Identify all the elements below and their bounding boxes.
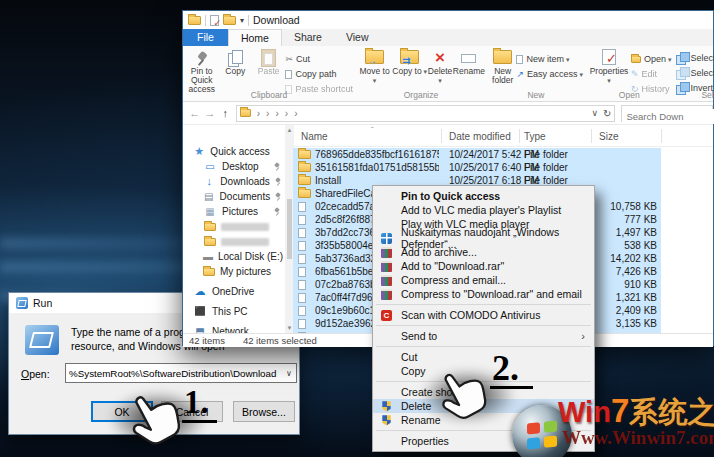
sidebar-item[interactable]: ☁ OneDrive [183,285,285,298]
scroll-up-icon[interactable]: ▲ [287,127,293,133]
sidebar-item[interactable]: ▦ Pictures [183,205,285,218]
context-menu-item[interactable]: Pin to Quick access [373,189,594,203]
open-label: Open: [21,368,50,380]
column-type[interactable]: Type [524,131,546,142]
sidebar-item[interactable] [183,220,285,233]
sidebar-item[interactable]: My pictures [183,265,285,278]
properties-button[interactable]: ✓ Properties [587,48,631,96]
context-menu-item[interactable]: Send to › [373,329,594,343]
qat-new-folder-icon[interactable] [223,16,236,25]
qat-customize-arrow-icon[interactable]: ▾ [240,16,244,25]
menu-item-label: Add to VLC media player's Playlist [401,204,561,216]
copy-path-button[interactable]: Copy path [285,67,353,81]
menu-item-label: Add to archive... [401,246,477,258]
sort-ascending-icon: ˆ [371,125,374,134]
desktop: Run Type the name of a program, fol reso… [0,0,714,457]
column-headers: Name ˆ Date modified Type Size [293,127,713,147]
context-menu-item[interactable]: Scan with COMODO Antivirus [373,308,594,322]
browse-button[interactable]: Browse... [233,401,295,422]
context-menu-item[interactable] [373,322,594,329]
delete-button[interactable]: × Delete [427,48,453,85]
pin-icon [195,51,209,66]
context-menu-item[interactable] [373,301,594,308]
sidebar-item[interactable]: ★ Quick access [183,145,285,158]
forward-button[interactable]: → [202,107,217,119]
tab-file[interactable]: File [183,29,228,46]
sidebar-item[interactable]: ↓ Downloads [183,175,285,188]
qat-properties-icon[interactable]: ✓ [210,15,219,26]
new-item-icon [516,55,523,64]
select-all-icon [676,52,688,64]
paste-button[interactable]: Paste [252,48,285,96]
file-name: 768965dde835fbcf1616187526801de9 [315,149,439,160]
context-menu-item[interactable]: Add to VLC media player's Playlist [373,203,594,217]
file-icon [298,319,306,329]
breadcrumb-segment[interactable] [253,108,260,119]
breadcrumb-segment[interactable] [290,108,297,119]
move-to-button[interactable]: → Move to [357,48,392,85]
context-menu-item[interactable]: Add to "Download.rar" [373,259,594,273]
context-menu-item[interactable]: Compress to "Download.rar" and email [373,287,594,301]
cut-button[interactable]: ✂Cut [285,52,353,66]
rename-button[interactable]: Rename [453,48,485,85]
winrar-icon [381,275,392,286]
sidebar-item[interactable]: ▤ Documents [183,190,285,203]
tab-home[interactable]: Home [228,29,282,46]
file-icon [298,267,306,277]
sidebar-item[interactable]: ▭ Desktop [183,160,285,173]
context-menu-item[interactable] [373,343,594,350]
defender-icon [381,233,392,244]
tab-view[interactable]: View [334,29,381,46]
edit-button[interactable]: ✎Edit [631,67,672,81]
comodo-icon [381,310,392,321]
file-row[interactable]: 35161581fda01751d58155bd475ecf51 10/25/2… [293,161,661,174]
new-folder-button[interactable]: New folder [489,48,516,85]
select-all-button[interactable]: Select all [676,51,714,65]
refresh-icon[interactable]: ↻ [603,108,611,119]
documents-icon: ▤ [203,192,215,202]
combo-dropdown-icon[interactable]: ∨ [282,369,296,378]
context-menu-item[interactable]: Cut [373,350,594,364]
open-combobox[interactable]: ∨ [65,363,297,383]
context-menu-item[interactable]: Compress and email... [373,273,594,287]
file-row[interactable]: 768965dde835fbcf1616187526801de9 10/24/2… [293,148,661,161]
new-item-button[interactable]: New item [516,52,583,66]
copy-path-icon [285,70,292,79]
breadcrumb-segment[interactable] [271,108,278,119]
menu-item-label: Compress to "Download.rar" and email [401,288,582,300]
context-menu-item[interactable]: Add to archive... [373,245,594,259]
column-name[interactable]: Name [301,131,328,142]
pin-to-quick-access-button[interactable]: Pin to Quick access [185,48,218,96]
breadcrumb-segment[interactable] [281,108,288,119]
scrollbar-thumb[interactable] [287,199,292,259]
sidebar-item[interactable]: ⬒ Network [183,325,285,333]
open-input[interactable] [66,368,282,379]
scroll-down-icon[interactable]: ▼ [287,325,293,331]
search-box[interactable] [621,105,713,122]
copy-to-button[interactable]: ⇉ Copy to [392,48,427,85]
column-date-modified[interactable]: Date modified [449,131,511,142]
copy-button[interactable]: Copy [218,48,251,96]
address-dropdown-icon[interactable]: ∨ [591,108,598,119]
file-size: 777 KB [624,214,657,225]
sidebar-item[interactable]: ⬛ This PC [183,305,285,318]
select-none-button[interactable]: Select none [676,66,714,80]
breadcrumb[interactable]: ∨ ↻ [236,105,616,122]
column-size[interactable]: Size [599,131,618,142]
context-menu-item[interactable]: Nuskaitymas naudojant „Windows Defender“… [373,231,594,245]
new-folder-icon [493,50,512,64]
items-count: 42 items [189,335,225,346]
up-button[interactable]: ↑ [218,107,233,119]
search-input[interactable] [622,109,714,124]
copy-icon [227,50,243,66]
quick-access-star-icon: ★ [193,146,205,157]
back-button[interactable]: ← [187,107,202,119]
easy-access-button[interactable]: ↗Easy access [516,67,583,81]
ribbon-group-open: ✓ Properties Open ✎Edit ↻History Open [585,46,674,101]
breadcrumb-segment[interactable] [262,108,269,119]
sidebar-item[interactable]: ▬ Local Disk (E:) [183,250,285,263]
folder-icon [298,163,311,172]
open-button[interactable]: Open [631,52,672,66]
tab-share[interactable]: Share [282,29,334,46]
sidebar-item[interactable] [183,235,285,248]
